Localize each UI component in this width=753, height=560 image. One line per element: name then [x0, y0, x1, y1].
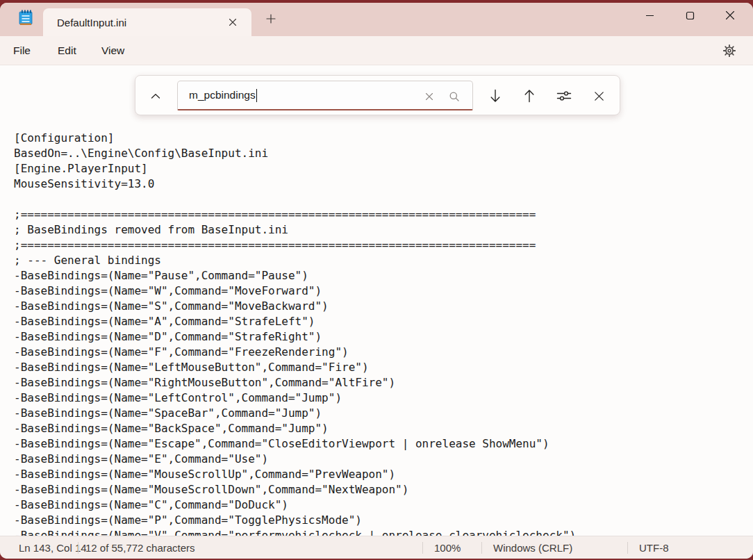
code-line: ;=======================================… [14, 207, 753, 222]
code-line: -BaseBindings=(Name="Pause",Command="Pau… [14, 268, 753, 283]
status-divider [422, 542, 423, 554]
tab-close-icon[interactable] [225, 15, 240, 30]
gear-icon[interactable] [720, 41, 739, 60]
cursor-position: Ln 143, Col 14 [19, 536, 87, 559]
code-line: -BaseBindings=(Name="P",Command="ToggleP… [14, 513, 753, 528]
code-line: -BaseBindings=(Name="MouseScrollUp",Comm… [14, 467, 753, 482]
menu-file[interactable]: File [9, 36, 35, 65]
code-line: -BaseBindings=(Name="W",Command="MoveFor… [14, 283, 753, 299]
code-line: ;=======================================… [14, 238, 753, 253]
status-divider [481, 542, 482, 554]
code-line: -BaseBindings=(Name="LeftMouseButton",Co… [14, 360, 753, 375]
text-editor[interactable]: [Configuration]BasedOn=..\Engine\Config\… [0, 65, 753, 536]
find-next-button[interactable] [481, 82, 509, 110]
code-line: [Engine.PlayerInput] [14, 161, 753, 176]
minimize-button[interactable] [634, 4, 665, 26]
encoding: UTF-8 [639, 536, 669, 559]
text-caret [256, 89, 258, 102]
menubar: File Edit View [0, 36, 753, 65]
status-bar: Ln 143, Col 14 12 of 55,772 characters 1… [0, 536, 753, 559]
find-bar: m_pcbindings [135, 75, 620, 115]
status-divider [78, 542, 78, 554]
tab-title: DefaultInput.ini [57, 17, 126, 28]
code-line: MouseSensitivity=13.0 [14, 176, 753, 192]
find-close-icon[interactable] [585, 82, 613, 110]
code-line: BasedOn=..\Engine\Config\BaseInput.ini [14, 146, 753, 161]
menu-view[interactable]: View [97, 36, 129, 65]
code-line: -BaseBindings=(Name="MouseScrollDown",Co… [14, 482, 753, 497]
zoom-level: 100% [434, 536, 461, 559]
code-line: ; --- General bindings [14, 253, 753, 268]
tab-defaultinput[interactable]: DefaultInput.ini [43, 8, 251, 36]
search-icon [446, 88, 463, 105]
code-line: -BaseBindings=(Name="BackSpace",Command=… [14, 421, 753, 436]
maximize-button[interactable] [675, 4, 705, 26]
code-line: -BaseBindings=(Name="E",Command="Use") [14, 452, 753, 467]
titlebar: DefaultInput.ini [0, 3, 753, 36]
clear-search-icon[interactable] [421, 88, 438, 105]
code-line: -BaseBindings=(Name="C",Command="DoDuck"… [14, 497, 753, 513]
code-line: -BaseBindings=(Name="V",Command="perform… [14, 528, 753, 536]
status-divider [627, 542, 628, 554]
search-input[interactable]: m_pcbindings [177, 81, 473, 110]
code-line: -BaseBindings=(Name="RightMouseButton",C… [14, 375, 753, 390]
search-query: m_pcbindings [189, 89, 256, 101]
find-previous-button[interactable] [515, 82, 543, 110]
document-text: [Configuration]BasedOn=..\Engine\Config\… [14, 131, 753, 536]
code-line: -BaseBindings=(Name="LeftControl",Comman… [14, 390, 753, 406]
code-line: -BaseBindings=(Name="S",Command="MoveBac… [14, 299, 753, 314]
find-options-sliders-icon[interactable] [550, 82, 578, 110]
line-ending: Windows (CRLF) [493, 536, 572, 559]
new-tab-button[interactable] [261, 9, 281, 28]
code-line: -BaseBindings=(Name="F",Command="FreezeR… [14, 345, 753, 360]
code-line: -BaseBindings=(Name="SpaceBar",Command="… [14, 406, 753, 421]
code-line [14, 192, 753, 207]
chevron-up-icon[interactable] [144, 84, 167, 108]
code-line: -BaseBindings=(Name="A",Command="StrafeL… [14, 314, 753, 329]
close-button[interactable] [715, 4, 745, 26]
notepad-window: DefaultInput.ini File Edit View [0, 3, 753, 559]
code-line: -BaseBindings=(Name="D",Command="StrafeR… [14, 329, 753, 345]
notepad-icon [19, 9, 33, 27]
character-count: 12 of 55,772 characters [85, 536, 195, 559]
code-line: [Configuration] [14, 131, 753, 146]
menu-edit[interactable]: Edit [53, 36, 81, 65]
code-line: -BaseBindings=(Name="Escape",Command="Cl… [14, 436, 753, 452]
code-line: ; BaseBindings removed from BaseInput.in… [14, 222, 753, 238]
